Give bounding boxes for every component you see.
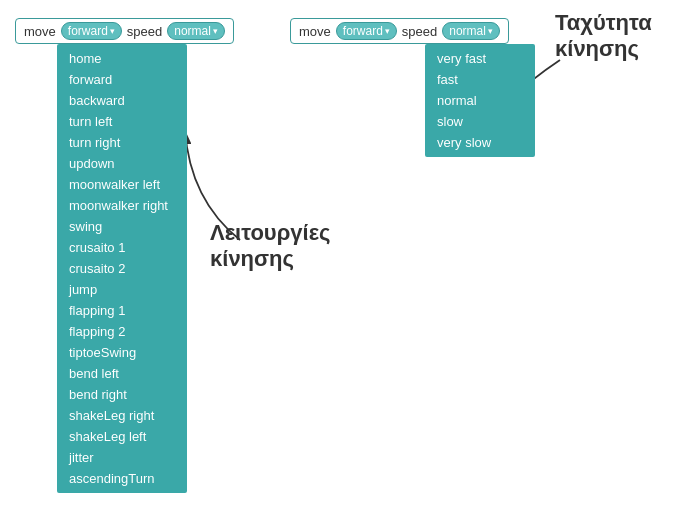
left-direction-value: forward [68, 24, 108, 38]
left-menu-item[interactable]: bend left [57, 363, 187, 384]
left-menu-item[interactable]: jump [57, 279, 187, 300]
left-direction-dropdown[interactable]: forward ▾ [61, 22, 122, 40]
left-menu-item[interactable]: tiptoeSwing [57, 342, 187, 363]
right-speed-menu: very fastfastnormalslowvery slow [425, 44, 535, 157]
left-menu-item[interactable]: turn right [57, 132, 187, 153]
greek-label-left: Λειτουργίεςκίνησης [210, 220, 331, 273]
right-direction-value: forward [343, 24, 383, 38]
left-speed-label: speed [127, 24, 162, 39]
left-direction-menu: homeforwardbackwardturn leftturn rightup… [57, 44, 187, 493]
left-direction-arrow-icon: ▾ [110, 26, 115, 36]
right-move-block: move forward ▾ speed normal ▾ [290, 18, 509, 44]
left-menu-item[interactable]: shakeLeg left [57, 426, 187, 447]
left-menu-item[interactable]: moonwalker left [57, 174, 187, 195]
left-menu-item[interactable]: flapping 1 [57, 300, 187, 321]
left-menu-item[interactable]: crusaito 2 [57, 258, 187, 279]
right-direction-arrow-icon: ▾ [385, 26, 390, 36]
left-move-block: move forward ▾ speed normal ▾ [15, 18, 234, 44]
left-menu-item[interactable]: jitter [57, 447, 187, 468]
right-speed-label: speed [402, 24, 437, 39]
left-speed-arrow-icon: ▾ [213, 26, 218, 36]
left-menu-item[interactable]: moonwalker right [57, 195, 187, 216]
right-speed-value: normal [449, 24, 486, 38]
left-menu-item[interactable]: shakeLeg right [57, 405, 187, 426]
right-menu-item[interactable]: slow [425, 111, 535, 132]
left-menu-item[interactable]: crusaito 1 [57, 237, 187, 258]
left-menu-item[interactable]: backward [57, 90, 187, 111]
left-speed-dropdown[interactable]: normal ▾ [167, 22, 225, 40]
right-menu-item[interactable]: normal [425, 90, 535, 111]
left-menu-item[interactable]: forward [57, 69, 187, 90]
left-menu-item[interactable]: ascendingTurn [57, 468, 187, 489]
right-speed-arrow-icon: ▾ [488, 26, 493, 36]
right-direction-dropdown[interactable]: forward ▾ [336, 22, 397, 40]
right-menu-item[interactable]: very fast [425, 48, 535, 69]
left-speed-value: normal [174, 24, 211, 38]
left-menu-item[interactable]: home [57, 48, 187, 69]
right-speed-dropdown[interactable]: normal ▾ [442, 22, 500, 40]
right-move-label: move [299, 24, 331, 39]
left-menu-item[interactable]: flapping 2 [57, 321, 187, 342]
left-menu-item[interactable]: turn left [57, 111, 187, 132]
left-move-label: move [24, 24, 56, 39]
right-menu-item[interactable]: very slow [425, 132, 535, 153]
greek-label-right: Ταχύτητακίνησης [555, 10, 652, 63]
right-menu-item[interactable]: fast [425, 69, 535, 90]
left-menu-item[interactable]: swing [57, 216, 187, 237]
left-menu-item[interactable]: bend right [57, 384, 187, 405]
left-menu-item[interactable]: updown [57, 153, 187, 174]
